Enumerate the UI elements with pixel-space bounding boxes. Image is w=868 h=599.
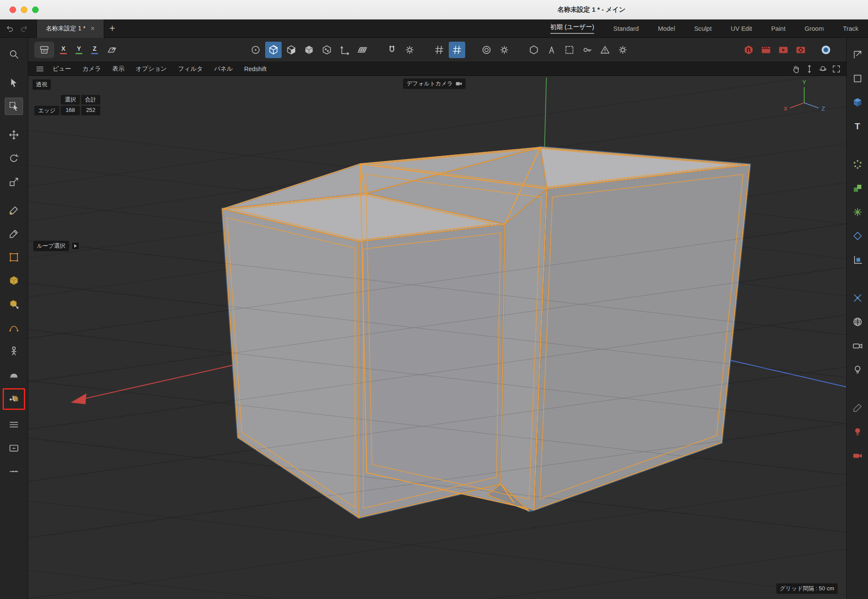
mesh-check-button[interactable] [526, 42, 542, 58]
close-window-button[interactable] [10, 7, 16, 13]
fullscreen-window-button[interactable] [32, 7, 39, 13]
menu-redshift[interactable]: Redshift [244, 65, 266, 72]
document-tab[interactable]: 名称未設定 1 * × [36, 20, 104, 38]
quantize-snap-button[interactable] [449, 42, 465, 58]
render-view-button[interactable] [758, 42, 774, 58]
generator-button[interactable] [850, 205, 865, 219]
menu-filter[interactable]: フィルタ [178, 65, 203, 73]
modeling-settings-button[interactable] [615, 42, 631, 58]
light-object-button[interactable] [850, 362, 865, 377]
character-tool-button[interactable] [5, 342, 23, 360]
content-browser-button[interactable] [5, 439, 23, 457]
pen-tool-button[interactable] [5, 202, 23, 219]
edges-mode-button[interactable] [265, 42, 282, 58]
timeline-button[interactable] [5, 463, 23, 480]
view-type-label[interactable]: 透視 [33, 79, 51, 90]
dolly-icon[interactable] [805, 64, 814, 74]
menu-camera[interactable]: カメラ [82, 65, 101, 73]
annotation-button[interactable] [543, 42, 560, 58]
axis-gizmo[interactable]: Y X Z [767, 78, 841, 118]
select-tool-button[interactable] [5, 74, 23, 92]
tab-close-icon[interactable]: × [91, 25, 95, 32]
particles-button[interactable] [850, 157, 865, 172]
sketch-tool-button[interactable] [5, 225, 23, 242]
axis-settings-button[interactable] [496, 42, 513, 58]
zoom-tool-button[interactable] [5, 46, 23, 63]
hexagon-icon [528, 44, 539, 56]
axis-y-lock-button[interactable]: Y [72, 42, 85, 58]
sculpt-tool-button[interactable] [5, 366, 23, 383]
redo-button[interactable] [17, 20, 30, 37]
dynamics-button[interactable] [850, 291, 865, 305]
undo-button[interactable] [3, 20, 16, 37]
layers-button[interactable] [5, 416, 23, 433]
model-mode-button[interactable] [301, 42, 317, 58]
material-pen-button[interactable] [850, 400, 865, 415]
layout-item-uvedit[interactable]: UV Edit [731, 25, 752, 32]
menu-panel[interactable]: パネル [214, 65, 233, 73]
menu-view[interactable]: ビュー [53, 65, 71, 73]
cube-object-button[interactable] [850, 95, 865, 110]
camera-label[interactable]: デフォルトカメラ [403, 79, 466, 89]
mesh-warning-button[interactable] [597, 42, 613, 58]
add-tab-button[interactable]: + [109, 20, 115, 37]
orbit-icon[interactable] [818, 64, 828, 74]
layout-item-paint[interactable]: Paint [771, 25, 786, 32]
field-button[interactable] [850, 252, 865, 267]
pan-hand-icon[interactable] [791, 64, 801, 74]
texture-mode-button[interactable] [319, 42, 335, 58]
layout-item-track[interactable]: Track [843, 25, 858, 32]
points-mode-button[interactable] [247, 42, 264, 58]
move-tool-button[interactable] [5, 126, 23, 144]
snap-settings-button[interactable] [401, 42, 418, 58]
character-icon [8, 345, 20, 357]
camera-object-button[interactable] [850, 338, 865, 353]
render-settings-button[interactable] [792, 42, 809, 58]
cube-primitive-button[interactable] [5, 272, 23, 289]
layout-item-groom[interactable]: Groom [805, 25, 824, 32]
snap-toggle-button[interactable] [384, 42, 400, 58]
layout-item-model[interactable]: Model [658, 25, 675, 32]
environment-button[interactable] [850, 314, 865, 329]
history-button[interactable] [34, 42, 54, 58]
pen-primitive-button[interactable] [5, 295, 23, 313]
workplane-mode-button[interactable] [354, 42, 371, 58]
layout-item-standard[interactable]: Standard [613, 25, 639, 32]
spline-primitive-button[interactable] [5, 319, 23, 336]
live-selection-button[interactable] [5, 98, 23, 115]
undock-button[interactable] [850, 47, 865, 62]
viewport-canvas[interactable]: 透視 デフォルトカメラ 選択 合計 エッジ 168 252 ループ選択 [28, 76, 846, 599]
axis-z-lock-button[interactable]: Z [88, 42, 101, 58]
layout-item-startup[interactable]: 初期 (ユーザー) [550, 23, 594, 34]
minimize-window-button[interactable] [21, 7, 27, 13]
maximize-view-icon[interactable] [832, 64, 841, 74]
volume-tool-button[interactable] [5, 390, 23, 408]
redshift-light-button[interactable] [850, 424, 865, 439]
redshift-camera-button[interactable] [850, 448, 865, 463]
menu-display[interactable]: 表示 [112, 65, 125, 73]
rotate-tool-button[interactable] [5, 150, 23, 167]
axis-x-lock-button[interactable]: X [57, 42, 70, 58]
viewport-menu-button[interactable] [35, 64, 45, 74]
isolate-button[interactable] [561, 42, 578, 58]
redshift-render-button[interactable] [740, 42, 757, 58]
text-object-button[interactable]: T [850, 119, 865, 134]
mask-button[interactable] [850, 71, 865, 86]
viewport-3d-scene[interactable] [28, 76, 846, 599]
lock-button[interactable] [579, 42, 595, 58]
tool-hint-options-button[interactable] [72, 242, 79, 250]
rectangle-spline-button[interactable] [5, 249, 23, 266]
live-render-button[interactable] [818, 42, 834, 58]
quantize-button[interactable] [431, 42, 447, 58]
scale-tool-button[interactable] [5, 173, 23, 190]
layout-item-sculpt[interactable]: Sculpt [694, 25, 711, 32]
axis-mode-button[interactable] [336, 42, 353, 58]
deformer-button[interactable] [850, 229, 865, 243]
redo-icon [20, 24, 28, 33]
coordinate-system-button[interactable] [104, 42, 120, 58]
polygons-mode-button[interactable] [283, 42, 299, 58]
axis-center-button[interactable] [478, 42, 495, 58]
volume-object-button[interactable] [850, 181, 865, 196]
menu-options[interactable]: オプション [136, 65, 167, 73]
interactive-render-button[interactable] [775, 42, 792, 58]
